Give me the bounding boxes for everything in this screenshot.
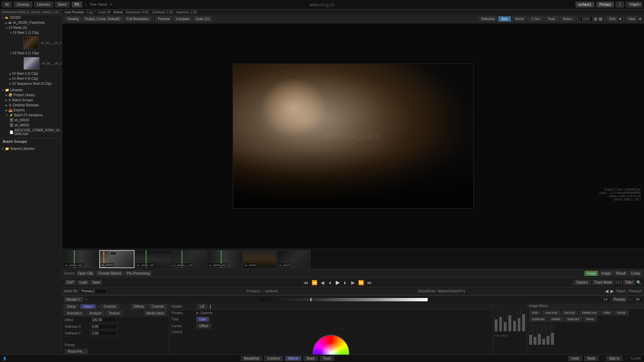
- selected-btn[interactable]: Selected: [565, 316, 582, 322]
- tools-btn[interactable]: Tools: [544, 16, 558, 21]
- sidebar-tree[interactable]: ▼ 🖿 191003 ▶ 🖿 sh_00100_Packshots ▼ 🎞 Re…: [0, 15, 62, 357]
- primary-name-field[interactable]: [80, 289, 107, 294]
- compare-btn[interactable]: Compare: [173, 16, 192, 21]
- filmstrip-clip-7[interactable]: sh_00070: [277, 250, 311, 268]
- tab-format-opts[interactable]: Format Options: [96, 271, 123, 276]
- zoom-reset-btn[interactable]: ⊞: [594, 16, 597, 21]
- prev-frame-btn[interactable]: ◀: [320, 280, 325, 285]
- batch-tab[interactable]: Batch: [304, 356, 318, 361]
- tab-batch[interactable]: Batch: [55, 2, 70, 7]
- primary-btn[interactable]: Primary: [596, 2, 614, 7]
- mediahub-tab[interactable]: MediaHub: [241, 356, 262, 361]
- save-btn[interactable]: Save: [90, 280, 102, 285]
- softness-y-value[interactable]: [90, 331, 117, 336]
- tree-item-shared-libs[interactable]: ▼ 📁 Shared Libraries: [0, 146, 62, 151]
- user-icon-btn[interactable]: 👤: [3, 357, 7, 360]
- selective-btn[interactable]: Selective: [479, 16, 497, 21]
- grid-arrow-btn[interactable]: ▾: [619, 16, 622, 21]
- slider-7[interactable]: [522, 305, 525, 331]
- tools-tab[interactable]: Tools: [320, 356, 334, 361]
- gain-btn[interactable]: Gain: [196, 317, 209, 322]
- animation-btn[interactable]: Animation: [64, 311, 85, 316]
- media-input-btn[interactable]: Media Input: [144, 311, 167, 316]
- rev-play-btn[interactable]: ⏴: [327, 280, 333, 285]
- setup-btn[interactable]: Setup: [64, 304, 79, 309]
- num-btn[interactable]: 1: [616, 2, 624, 7]
- controls-btn1[interactable]: Controls: [101, 304, 119, 309]
- eff-slider-2[interactable]: [533, 325, 537, 345]
- play-btn[interactable]: ▶: [335, 279, 341, 286]
- read-file-btn[interactable]: Read File...: [65, 349, 88, 354]
- presets-btn[interactable]: Presets: [612, 297, 627, 302]
- tab-preprocessing[interactable]: Pre-Processing: [125, 271, 152, 276]
- render-dropdown[interactable]: Render C: [64, 297, 83, 302]
- tree-item-reels[interactable]: ▼ 🎞 Reels (5): [0, 25, 62, 30]
- undo-btn[interactable]: Undo: [568, 356, 582, 361]
- object-dropdown[interactable]: Object: [80, 304, 96, 309]
- grid-btn[interactable]: Grid: [607, 16, 618, 21]
- tree-item-project-lib[interactable]: ▶ 📦 Project Library: [0, 93, 62, 98]
- filmstrip-clip-6[interactable]: sh_00060: [243, 250, 276, 268]
- tab-desktop[interactable]: Desktop: [14, 2, 32, 7]
- fit-btn[interactable]: ⊠: [599, 16, 602, 21]
- view-arrow-btn[interactable]: ▾: [639, 16, 641, 21]
- viewing-btn[interactable]: Viewing: [65, 16, 81, 21]
- eff-slider-1[interactable]: [529, 325, 532, 345]
- duplicate-btn[interactable]: Duplicate: [529, 316, 548, 322]
- offset-btn[interactable]: Offset: [196, 323, 211, 328]
- obj-left-btn[interactable]: ◀: [605, 289, 608, 294]
- grab-btn[interactable]: Grab (11): [193, 16, 212, 21]
- comp-btn[interactable]: Comp: [629, 271, 642, 276]
- tree-item-a001[interactable]: 📄 A001C020_170906_R20H_V1-0045.mxf: [0, 128, 62, 136]
- lift-btn[interactable]: Lift: [197, 304, 207, 309]
- delete-key-btn[interactable]: Delete Key: [579, 310, 600, 315]
- solo-btn[interactable]: Solo: [529, 310, 541, 315]
- redo-btn[interactable]: Redo: [584, 356, 598, 361]
- exit-btn[interactable]: EXIT: [65, 280, 76, 285]
- search-btn[interactable]: 🔍: [636, 280, 641, 285]
- go-end-btn[interactable]: ⏭: [366, 280, 373, 285]
- group-btn[interactable]: Group: [614, 310, 629, 315]
- filmstrip-clip-3[interactable]: sh_00030_001: [135, 250, 170, 268]
- viewer[interactable]: RRCG 人人素材 Output: Cover: DefaultCam Log …: [62, 23, 644, 249]
- world-btn[interactable]: World: [512, 16, 527, 21]
- go-start-btn[interactable]: ⏮: [303, 280, 309, 285]
- hide-btn[interactable]: Hide: [601, 310, 613, 315]
- tree-item-191003[interactable]: ▼ 🖿 191003: [0, 15, 62, 20]
- tree-item-sh00020[interactable]: 🎬 sh_00020: [0, 123, 62, 128]
- tree-item-batch-groups[interactable]: ▶ ⚙ Batch Groups: [0, 98, 62, 103]
- image-btn[interactable]: Image: [585, 271, 598, 276]
- controls-btn2[interactable]: Controls: [149, 304, 167, 309]
- image2-btn[interactable]: Image: [599, 271, 613, 276]
- slider-2[interactable]: [499, 305, 502, 331]
- tree-item-seqreel[interactable]: ▶ 🎞 Sequence Reel (0 Clip): [0, 81, 62, 86]
- softness-x-value[interactable]: [90, 324, 117, 329]
- auto-key-btn[interactable]: Auto Key: [542, 310, 560, 315]
- slider-5[interactable]: [513, 305, 516, 331]
- effects-tab[interactable]: Effects: [285, 356, 301, 361]
- obj-right-btn[interactable]: ▶: [610, 289, 614, 294]
- eff-slider-3[interactable]: [538, 325, 541, 345]
- tree-item-batch-fx[interactable]: ▼ ⚡ Batch FX Iterations: [0, 113, 62, 118]
- effect-value[interactable]: [90, 317, 117, 322]
- step-back-btn[interactable]: ⏪: [311, 280, 318, 285]
- filmstrip-clip-4[interactable]: sh_00040_1_001: [171, 250, 206, 268]
- diffuse-btn[interactable]: Diffuse: [131, 304, 147, 309]
- filmstrip-clip-5[interactable]: sh_00050_002: [207, 250, 242, 268]
- set-key-btn[interactable]: Set Key: [561, 310, 578, 315]
- tree-item-libraries[interactable]: ▼ 📁 Libraries: [0, 87, 62, 93]
- full-resolution-btn[interactable]: Full Resolution: [124, 16, 151, 21]
- options-btn[interactable]: Options: [573, 280, 591, 285]
- exposure-bar[interactable]: [261, 298, 427, 301]
- load-btn[interactable]: Load: [77, 280, 89, 285]
- tab-fx[interactable]: FX: [72, 2, 82, 7]
- slider-4[interactable]: [508, 305, 512, 331]
- slider-6[interactable]: [518, 305, 521, 331]
- open-clip-btn[interactable]: Open Clip: [76, 271, 95, 276]
- preview-btn[interactable]: Preview: [156, 16, 172, 21]
- z-occ-btn[interactable]: Z Occ: [528, 16, 543, 21]
- result-btn[interactable]: Result: [614, 271, 628, 276]
- filter-btn[interactable]: Filter: [624, 280, 635, 285]
- tab-all[interactable]: All: [2, 2, 12, 7]
- tree-item-sh00010[interactable]: 🎬 sh_00010: [0, 118, 62, 123]
